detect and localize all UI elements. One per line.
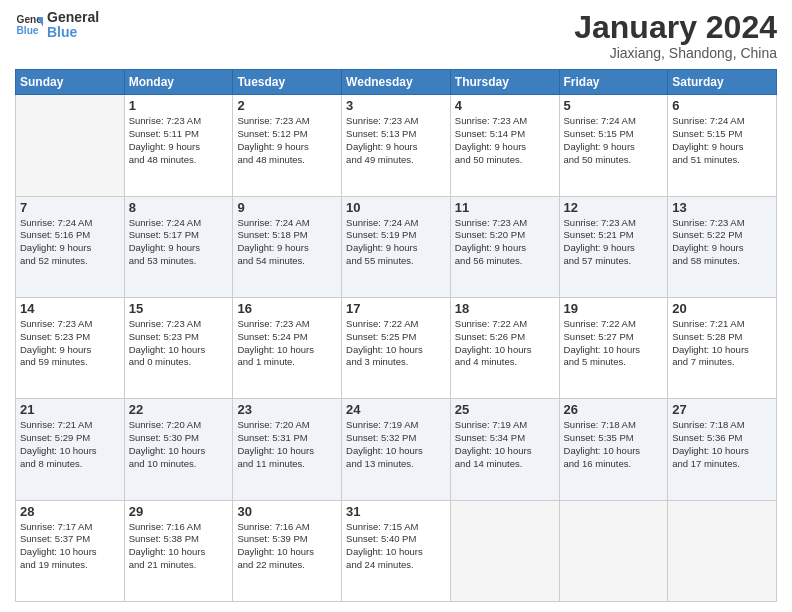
day-number: 26 <box>564 402 664 417</box>
day-info: Sunrise: 7:19 AM Sunset: 5:32 PM Dayligh… <box>346 419 446 470</box>
day-number: 23 <box>237 402 337 417</box>
day-cell: 25Sunrise: 7:19 AM Sunset: 5:34 PM Dayli… <box>450 399 559 500</box>
day-number: 12 <box>564 200 664 215</box>
day-number: 30 <box>237 504 337 519</box>
week-row-2: 7Sunrise: 7:24 AM Sunset: 5:16 PM Daylig… <box>16 196 777 297</box>
day-cell: 27Sunrise: 7:18 AM Sunset: 5:36 PM Dayli… <box>668 399 777 500</box>
day-cell <box>559 500 668 601</box>
logo-line2: Blue <box>47 25 99 40</box>
day-info: Sunrise: 7:15 AM Sunset: 5:40 PM Dayligh… <box>346 521 446 572</box>
day-number: 27 <box>672 402 772 417</box>
day-number: 7 <box>20 200 120 215</box>
day-number: 10 <box>346 200 446 215</box>
day-info: Sunrise: 7:20 AM Sunset: 5:31 PM Dayligh… <box>237 419 337 470</box>
day-cell: 17Sunrise: 7:22 AM Sunset: 5:25 PM Dayli… <box>342 297 451 398</box>
week-row-4: 21Sunrise: 7:21 AM Sunset: 5:29 PM Dayli… <box>16 399 777 500</box>
day-cell: 14Sunrise: 7:23 AM Sunset: 5:23 PM Dayli… <box>16 297 125 398</box>
day-cell: 5Sunrise: 7:24 AM Sunset: 5:15 PM Daylig… <box>559 95 668 196</box>
header: General Blue General Blue January 2024 J… <box>15 10 777 61</box>
day-cell: 18Sunrise: 7:22 AM Sunset: 5:26 PM Dayli… <box>450 297 559 398</box>
day-cell: 12Sunrise: 7:23 AM Sunset: 5:21 PM Dayli… <box>559 196 668 297</box>
logo: General Blue General Blue <box>15 10 99 41</box>
day-info: Sunrise: 7:23 AM Sunset: 5:20 PM Dayligh… <box>455 217 555 268</box>
day-info: Sunrise: 7:18 AM Sunset: 5:35 PM Dayligh… <box>564 419 664 470</box>
day-number: 15 <box>129 301 229 316</box>
logo-line1: General <box>47 10 99 25</box>
day-number: 9 <box>237 200 337 215</box>
day-info: Sunrise: 7:21 AM Sunset: 5:28 PM Dayligh… <box>672 318 772 369</box>
day-info: Sunrise: 7:23 AM Sunset: 5:12 PM Dayligh… <box>237 115 337 166</box>
day-info: Sunrise: 7:22 AM Sunset: 5:25 PM Dayligh… <box>346 318 446 369</box>
day-cell: 30Sunrise: 7:16 AM Sunset: 5:39 PM Dayli… <box>233 500 342 601</box>
header-cell-wednesday: Wednesday <box>342 70 451 95</box>
day-cell: 9Sunrise: 7:24 AM Sunset: 5:18 PM Daylig… <box>233 196 342 297</box>
day-cell: 26Sunrise: 7:18 AM Sunset: 5:35 PM Dayli… <box>559 399 668 500</box>
day-info: Sunrise: 7:16 AM Sunset: 5:38 PM Dayligh… <box>129 521 229 572</box>
header-cell-friday: Friday <box>559 70 668 95</box>
day-cell <box>16 95 125 196</box>
day-info: Sunrise: 7:22 AM Sunset: 5:27 PM Dayligh… <box>564 318 664 369</box>
month-title: January 2024 <box>574 10 777 45</box>
day-info: Sunrise: 7:23 AM Sunset: 5:24 PM Dayligh… <box>237 318 337 369</box>
svg-text:Blue: Blue <box>17 26 39 37</box>
week-row-1: 1Sunrise: 7:23 AM Sunset: 5:11 PM Daylig… <box>16 95 777 196</box>
day-cell: 3Sunrise: 7:23 AM Sunset: 5:13 PM Daylig… <box>342 95 451 196</box>
day-number: 21 <box>20 402 120 417</box>
day-info: Sunrise: 7:24 AM Sunset: 5:17 PM Dayligh… <box>129 217 229 268</box>
day-number: 29 <box>129 504 229 519</box>
day-number: 24 <box>346 402 446 417</box>
day-info: Sunrise: 7:23 AM Sunset: 5:21 PM Dayligh… <box>564 217 664 268</box>
day-cell: 11Sunrise: 7:23 AM Sunset: 5:20 PM Dayli… <box>450 196 559 297</box>
day-cell: 22Sunrise: 7:20 AM Sunset: 5:30 PM Dayli… <box>124 399 233 500</box>
day-number: 3 <box>346 98 446 113</box>
day-number: 8 <box>129 200 229 215</box>
day-info: Sunrise: 7:19 AM Sunset: 5:34 PM Dayligh… <box>455 419 555 470</box>
day-cell: 7Sunrise: 7:24 AM Sunset: 5:16 PM Daylig… <box>16 196 125 297</box>
day-cell: 13Sunrise: 7:23 AM Sunset: 5:22 PM Dayli… <box>668 196 777 297</box>
day-number: 31 <box>346 504 446 519</box>
day-number: 22 <box>129 402 229 417</box>
logo-icon: General Blue <box>15 11 43 39</box>
day-cell: 24Sunrise: 7:19 AM Sunset: 5:32 PM Dayli… <box>342 399 451 500</box>
day-info: Sunrise: 7:24 AM Sunset: 5:19 PM Dayligh… <box>346 217 446 268</box>
day-info: Sunrise: 7:20 AM Sunset: 5:30 PM Dayligh… <box>129 419 229 470</box>
day-cell: 23Sunrise: 7:20 AM Sunset: 5:31 PM Dayli… <box>233 399 342 500</box>
day-cell: 31Sunrise: 7:15 AM Sunset: 5:40 PM Dayli… <box>342 500 451 601</box>
day-cell: 29Sunrise: 7:16 AM Sunset: 5:38 PM Dayli… <box>124 500 233 601</box>
day-cell: 20Sunrise: 7:21 AM Sunset: 5:28 PM Dayli… <box>668 297 777 398</box>
day-info: Sunrise: 7:17 AM Sunset: 5:37 PM Dayligh… <box>20 521 120 572</box>
day-cell: 19Sunrise: 7:22 AM Sunset: 5:27 PM Dayli… <box>559 297 668 398</box>
day-number: 16 <box>237 301 337 316</box>
day-number: 5 <box>564 98 664 113</box>
day-cell: 28Sunrise: 7:17 AM Sunset: 5:37 PM Dayli… <box>16 500 125 601</box>
day-info: Sunrise: 7:24 AM Sunset: 5:16 PM Dayligh… <box>20 217 120 268</box>
day-number: 4 <box>455 98 555 113</box>
day-info: Sunrise: 7:23 AM Sunset: 5:22 PM Dayligh… <box>672 217 772 268</box>
day-cell: 6Sunrise: 7:24 AM Sunset: 5:15 PM Daylig… <box>668 95 777 196</box>
day-cell: 2Sunrise: 7:23 AM Sunset: 5:12 PM Daylig… <box>233 95 342 196</box>
day-number: 11 <box>455 200 555 215</box>
calendar-table: SundayMondayTuesdayWednesdayThursdayFrid… <box>15 69 777 602</box>
day-cell: 4Sunrise: 7:23 AM Sunset: 5:14 PM Daylig… <box>450 95 559 196</box>
day-number: 17 <box>346 301 446 316</box>
day-info: Sunrise: 7:23 AM Sunset: 5:23 PM Dayligh… <box>20 318 120 369</box>
day-cell: 10Sunrise: 7:24 AM Sunset: 5:19 PM Dayli… <box>342 196 451 297</box>
day-number: 18 <box>455 301 555 316</box>
day-cell: 1Sunrise: 7:23 AM Sunset: 5:11 PM Daylig… <box>124 95 233 196</box>
day-info: Sunrise: 7:21 AM Sunset: 5:29 PM Dayligh… <box>20 419 120 470</box>
day-number: 6 <box>672 98 772 113</box>
day-info: Sunrise: 7:22 AM Sunset: 5:26 PM Dayligh… <box>455 318 555 369</box>
header-cell-monday: Monday <box>124 70 233 95</box>
day-info: Sunrise: 7:24 AM Sunset: 5:18 PM Dayligh… <box>237 217 337 268</box>
day-number: 28 <box>20 504 120 519</box>
day-cell: 16Sunrise: 7:23 AM Sunset: 5:24 PM Dayli… <box>233 297 342 398</box>
day-info: Sunrise: 7:23 AM Sunset: 5:23 PM Dayligh… <box>129 318 229 369</box>
day-cell <box>668 500 777 601</box>
day-info: Sunrise: 7:23 AM Sunset: 5:13 PM Dayligh… <box>346 115 446 166</box>
day-number: 14 <box>20 301 120 316</box>
day-number: 1 <box>129 98 229 113</box>
header-cell-tuesday: Tuesday <box>233 70 342 95</box>
header-cell-sunday: Sunday <box>16 70 125 95</box>
day-info: Sunrise: 7:23 AM Sunset: 5:11 PM Dayligh… <box>129 115 229 166</box>
day-info: Sunrise: 7:16 AM Sunset: 5:39 PM Dayligh… <box>237 521 337 572</box>
